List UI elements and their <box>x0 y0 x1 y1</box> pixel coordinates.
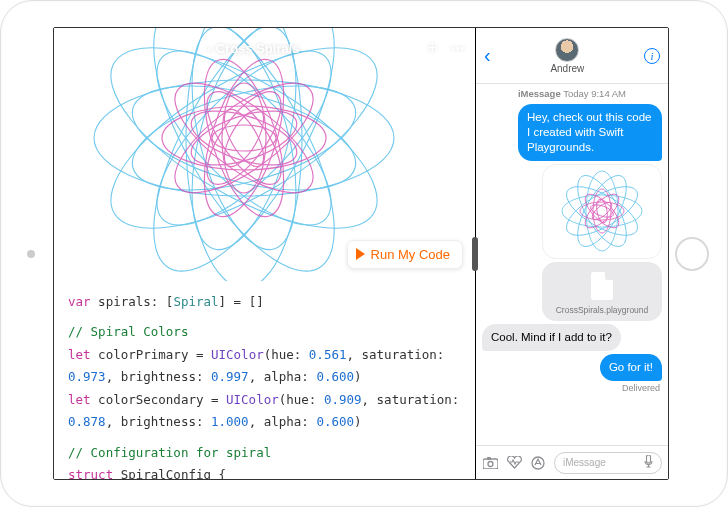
file-attachment-name: CrossSpirals.playground <box>548 305 656 315</box>
svg-rect-42 <box>647 455 651 463</box>
svg-point-2 <box>119 28 369 281</box>
messages-app: ‹ Andrew i iMessage Today 9:14 AM Hey, c… <box>476 28 668 479</box>
messages-thread[interactable]: iMessage Today 9:14 AM Hey, check out th… <box>476 84 668 445</box>
svg-point-15 <box>188 50 300 226</box>
image-attachment[interactable] <box>542 164 662 259</box>
svg-point-4 <box>119 28 369 281</box>
playground-toolbar: ‹ Cross Spirals + ••• <box>54 34 475 62</box>
run-my-code-button[interactable]: Run My Code <box>347 240 463 269</box>
play-icon <box>356 248 365 260</box>
file-icon <box>591 272 613 300</box>
add-page-button[interactable]: + <box>427 38 438 59</box>
code-line: let colorSecondary = UIColor(hue: 0.909,… <box>68 389 461 412</box>
code-line: 0.973, brightness: 0.997, alpha: 0.600) <box>68 366 461 389</box>
run-button-label: Run My Code <box>371 247 450 262</box>
contact-info[interactable]: Andrew <box>550 38 584 74</box>
mic-icon[interactable] <box>644 455 653 470</box>
message-input-bar: iMessage <box>476 445 668 479</box>
ipad-screen: ‹ Cross Spirals + ••• Run My Code var sp… <box>53 27 669 480</box>
back-button[interactable]: ‹ <box>484 44 491 67</box>
code-line: // Spiral Colors <box>68 321 461 344</box>
chevron-left-icon: ‹ <box>207 41 211 56</box>
svg-rect-38 <box>483 459 498 469</box>
svg-point-28 <box>586 171 618 251</box>
svg-point-21 <box>185 100 303 176</box>
more-button[interactable]: ••• <box>451 43 465 54</box>
playground-canvas: ‹ Cross Spirals + ••• Run My Code <box>54 28 475 281</box>
delivered-status: Delivered <box>622 383 660 393</box>
playground-title-bar[interactable]: ‹ Cross Spirals <box>207 41 299 56</box>
info-button[interactable]: i <box>644 48 660 64</box>
svg-point-11 <box>122 66 367 211</box>
code-line: // Configuration for spiral <box>68 442 461 465</box>
app-store-icon[interactable] <box>530 455 546 471</box>
avatar <box>555 38 579 62</box>
svg-rect-40 <box>487 457 491 460</box>
messages-header: ‹ Andrew i <box>476 28 668 84</box>
message-placeholder: iMessage <box>563 457 606 468</box>
home-button[interactable] <box>675 237 709 271</box>
code-line: let colorPrimary = UIColor(hue: 0.561, s… <box>68 344 461 367</box>
message-bubble-sent[interactable]: Hey, check out this code I created with … <box>518 104 662 161</box>
message-input[interactable]: iMessage <box>554 452 662 474</box>
code-editor[interactable]: var spirals: [Spiral] = [] // Spiral Col… <box>54 281 475 479</box>
contact-name: Andrew <box>550 63 584 74</box>
svg-point-39 <box>488 461 493 466</box>
thread-meta: iMessage Today 9:14 AM <box>482 88 662 99</box>
ipad-device-frame: ‹ Cross Spirals + ••• Run My Code var sp… <box>0 0 728 507</box>
library-grid-icon[interactable] <box>64 40 80 56</box>
playground-title: Cross Spirals <box>216 41 300 56</box>
svg-point-17 <box>185 100 303 176</box>
camera-icon[interactable] <box>482 455 498 471</box>
svg-point-5 <box>85 28 403 263</box>
file-attachment[interactable]: CrossSpirals.playground <box>542 262 662 321</box>
front-camera <box>27 250 35 258</box>
split-view-handle[interactable] <box>472 237 478 271</box>
svg-point-14 <box>188 50 300 226</box>
swift-playgrounds-app: ‹ Cross Spirals + ••• Run My Code var sp… <box>54 28 476 479</box>
message-bubble-sent[interactable]: Go for it! <box>600 354 662 381</box>
svg-point-0 <box>94 80 394 196</box>
message-bubble-received[interactable]: Cool. Mind if I add to it? <box>482 324 621 351</box>
code-line: struct SpiralConfig { <box>68 464 461 479</box>
svg-point-6 <box>122 66 367 211</box>
code-line: var spirals: [Spiral] = [] <box>68 291 461 314</box>
svg-point-1 <box>85 28 403 263</box>
digital-touch-icon[interactable] <box>506 455 522 471</box>
code-line: 0.878, brightness: 1.000, alpha: 0.600) <box>68 411 461 434</box>
